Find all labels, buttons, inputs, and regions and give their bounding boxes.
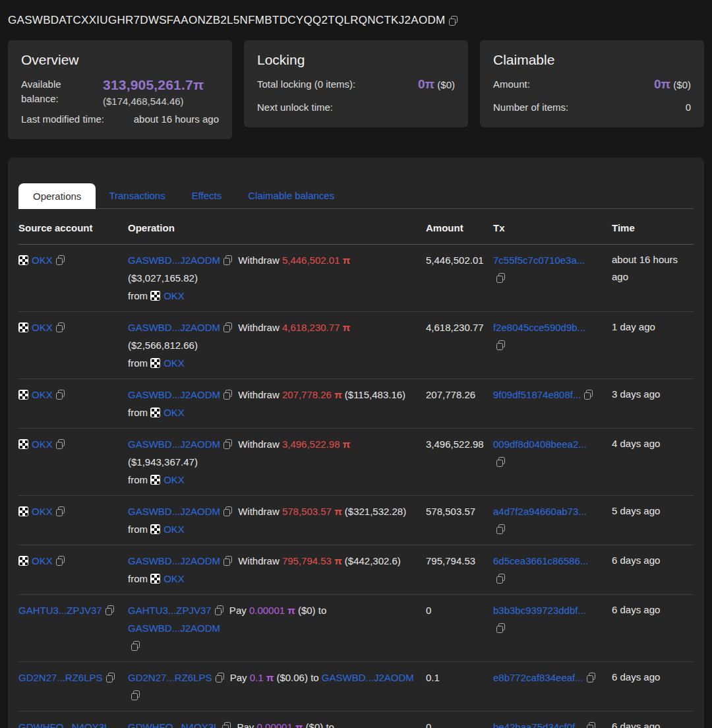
amount-cell: 4,618,230.77 bbox=[426, 312, 493, 379]
account-link[interactable]: GASWBD...J2AODM bbox=[128, 622, 220, 634]
copy-icon[interactable] bbox=[496, 524, 505, 534]
account-link[interactable]: OKX bbox=[163, 290, 185, 301]
copy-icon[interactable] bbox=[215, 605, 223, 615]
tab-transactions[interactable]: Transactions bbox=[96, 183, 178, 208]
account-link[interactable]: GDWHFQ...N4OY3L bbox=[128, 721, 219, 728]
copy-icon[interactable] bbox=[56, 322, 65, 332]
operation-text: ($115,483.16) bbox=[342, 389, 405, 400]
table-row: OKXGASWBD...J2AODM Withdraw 3,496,522.98… bbox=[18, 429, 694, 496]
okx-exchange-icon bbox=[150, 574, 160, 584]
account-link[interactable]: GAHTU3...ZPJV37 bbox=[128, 605, 212, 616]
tx-cell: 009df8d0408beea2... bbox=[493, 429, 612, 496]
pi-symbol: π bbox=[295, 721, 303, 728]
copy-icon[interactable] bbox=[56, 506, 65, 516]
operation-cell: GDWHFQ...N4OY3L Pay 0.00001 π ($0) toGAS… bbox=[128, 712, 426, 728]
time-cell: 6 days ago bbox=[612, 595, 694, 662]
copy-icon[interactable] bbox=[56, 390, 65, 400]
copy-icon[interactable] bbox=[584, 390, 593, 400]
account-link[interactable]: GDWHFQ...N4OY3L bbox=[18, 721, 109, 728]
copy-icon[interactable] bbox=[496, 623, 505, 633]
time-cell: 6 days ago bbox=[612, 712, 694, 728]
copy-icon[interactable] bbox=[56, 439, 65, 449]
tx-hash-link[interactable]: 9f09df51874e808f... bbox=[493, 389, 581, 400]
tx-hash-link[interactable]: 7c55f5c7c0710e3a... bbox=[493, 255, 585, 266]
tx-hash-link[interactable]: be42baa75d34cf0f... bbox=[493, 721, 583, 728]
copy-icon[interactable] bbox=[106, 673, 115, 682]
time-value: 6 days ago bbox=[612, 555, 660, 566]
account-link[interactable]: OKX bbox=[163, 474, 185, 485]
account-link[interactable]: GAHTU3...ZPJV37 bbox=[18, 605, 102, 616]
copy-icon[interactable] bbox=[216, 673, 224, 682]
account-link[interactable]: GASWBD...J2AODM bbox=[128, 255, 220, 266]
tx-hash-link[interactable]: a4d7f2a94660ab73... bbox=[493, 506, 587, 517]
account-link[interactable]: OKX bbox=[163, 524, 185, 535]
copy-icon[interactable] bbox=[56, 255, 65, 265]
tx-hash-link[interactable]: e8b772caf834eeaf... bbox=[493, 672, 583, 683]
copy-icon[interactable] bbox=[223, 506, 232, 516]
account-link[interactable]: OKX bbox=[32, 255, 53, 266]
tx-cell: 7c55f5c7c0710e3a... bbox=[493, 245, 612, 312]
account-link[interactable]: GD2N27...RZ6LPS bbox=[128, 672, 212, 683]
copy-icon[interactable] bbox=[222, 722, 231, 728]
claimable-amount-row: Amount: 0π ($0) bbox=[493, 77, 691, 92]
copy-icon[interactable] bbox=[496, 457, 505, 467]
copy-icon[interactable] bbox=[223, 255, 232, 265]
tx-hash-link[interactable]: 6d5cea3661c86586... bbox=[493, 555, 588, 566]
withdraw-amount: 4,618,230.77 π bbox=[282, 322, 350, 333]
account-link[interactable]: GASWBD...J2AODM bbox=[128, 389, 220, 400]
account-link[interactable]: OKX bbox=[32, 389, 53, 400]
copy-icon[interactable] bbox=[223, 439, 232, 449]
copy-icon[interactable] bbox=[105, 605, 114, 615]
pay-amount: 0.00001 π bbox=[249, 605, 295, 616]
tx-hash-link[interactable]: b3b3bc939723ddbf... bbox=[493, 605, 586, 616]
copy-icon[interactable] bbox=[223, 556, 232, 566]
tx-hash-link[interactable]: 009df8d0408beea2... bbox=[493, 439, 587, 450]
copy-icon[interactable] bbox=[131, 641, 140, 651]
time-value: 6 days ago bbox=[612, 604, 660, 615]
account-link[interactable]: OKX bbox=[163, 407, 185, 418]
copy-icon[interactable] bbox=[496, 340, 505, 350]
tx-hash-link[interactable]: f2e8045cce590d9b... bbox=[493, 322, 585, 333]
copy-icon[interactable] bbox=[587, 673, 595, 682]
copy-icon[interactable] bbox=[587, 722, 595, 728]
account-link[interactable]: GASWBD...J2AODM bbox=[128, 439, 220, 450]
copy-icon[interactable] bbox=[496, 574, 505, 584]
time-cell: 6 days ago bbox=[612, 662, 694, 712]
copy-icon[interactable] bbox=[496, 273, 505, 283]
copy-icon[interactable] bbox=[223, 322, 232, 332]
operation-text: ($0) to bbox=[303, 721, 334, 728]
next-unlock-label: Next unlock time: bbox=[257, 100, 333, 114]
account-link[interactable]: OKX bbox=[32, 322, 53, 333]
pay-amount: 0.1 π bbox=[250, 672, 274, 683]
tab-claimable-balances[interactable]: Claimable balances bbox=[235, 183, 347, 208]
account-link[interactable]: OKX bbox=[163, 573, 185, 584]
copy-icon[interactable] bbox=[131, 690, 140, 700]
amount-cell: 0.1 bbox=[426, 662, 493, 712]
copy-icon[interactable] bbox=[223, 390, 232, 400]
operation-cell: GASWBD...J2AODM Withdraw 795,794.53 π ($… bbox=[128, 545, 426, 595]
account-link[interactable]: OKX bbox=[32, 439, 53, 450]
account-link[interactable]: GASWBD...J2AODM bbox=[128, 322, 220, 333]
tab-effects[interactable]: Effects bbox=[179, 183, 235, 208]
account-link[interactable]: GASWBD...J2AODM bbox=[128, 555, 220, 566]
account-link[interactable]: OKX bbox=[32, 555, 53, 566]
account-link[interactable]: GASWBD...J2AODM bbox=[128, 506, 220, 517]
account-link[interactable]: GD2N27...RZ6LPS bbox=[18, 672, 103, 683]
okx-exchange-icon bbox=[150, 358, 160, 368]
okx-exchange-icon bbox=[18, 390, 28, 400]
account-link[interactable]: OKX bbox=[32, 506, 53, 517]
operation-text: ($442,302.6) bbox=[342, 555, 401, 566]
account-link[interactable]: GASWBD...J2AODM bbox=[322, 672, 414, 683]
account-link[interactable]: OKX bbox=[163, 357, 185, 369]
time-value: 3 days ago bbox=[612, 388, 660, 400]
summary-cards: Overview Available balance: 313,905,261.… bbox=[8, 40, 704, 139]
operation-text: ($0) to bbox=[295, 605, 327, 616]
tab-operations[interactable]: Operations bbox=[18, 183, 96, 209]
copy-address-icon[interactable] bbox=[449, 16, 458, 26]
copy-icon[interactable] bbox=[56, 556, 65, 566]
operation-text: Pay bbox=[227, 605, 249, 616]
amount-value: 4,618,230.77 bbox=[426, 322, 484, 333]
amount-value: 5,446,502.01 bbox=[426, 255, 484, 266]
operations-table: Source account Operation Amount Tx Time … bbox=[18, 218, 694, 728]
total-locking-label: Total locking (0 items): bbox=[257, 77, 355, 92]
